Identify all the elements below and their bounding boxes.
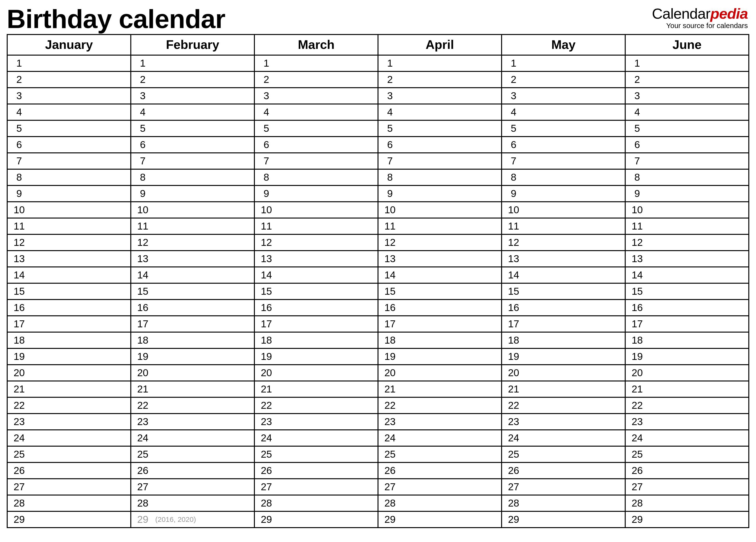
day-cell-inner: 20 xyxy=(8,365,130,381)
day-cell-inner: 24 xyxy=(131,430,254,446)
day-cell-inner: 20 xyxy=(626,365,748,381)
day-cell-inner: 25 xyxy=(626,447,748,462)
day-cell: 18 xyxy=(254,332,378,348)
day-number: 20 xyxy=(507,367,520,379)
day-cell: 2 xyxy=(378,71,502,88)
day-cell-inner: 27 xyxy=(626,479,748,495)
day-cell-inner: 11 xyxy=(626,219,748,234)
day-number: 14 xyxy=(12,269,26,281)
day-cell-inner: 25 xyxy=(255,447,378,462)
day-cell: 20 xyxy=(378,365,502,381)
day-cell: 7 xyxy=(502,153,625,169)
day-number: 24 xyxy=(136,432,149,444)
day-cell: 3 xyxy=(502,88,625,104)
day-cell-inner: 29 xyxy=(8,512,130,527)
day-cell: 27 xyxy=(625,479,749,495)
day-cell-inner: 23 xyxy=(626,414,748,429)
day-cell-inner: 4 xyxy=(378,104,501,120)
day-cell-inner: 2 xyxy=(378,72,501,87)
day-cell-inner: 14 xyxy=(255,267,378,283)
day-number: 5 xyxy=(260,123,273,134)
day-cell: 14 xyxy=(131,267,254,283)
day-number: 26 xyxy=(630,465,644,476)
day-cell-inner: 16 xyxy=(131,300,254,315)
day-number: 7 xyxy=(507,155,520,167)
day-cell: 23 xyxy=(502,414,625,430)
day-cell-inner: 27 xyxy=(131,479,254,495)
day-cell-inner: 15 xyxy=(626,284,748,299)
month-header: January xyxy=(7,35,131,55)
day-number: 4 xyxy=(507,106,520,118)
day-cell: 22 xyxy=(378,397,502,414)
day-cell: 20 xyxy=(7,365,131,381)
day-cell: 9 xyxy=(7,185,131,202)
day-cell-inner: 2 xyxy=(626,72,748,87)
day-number: 28 xyxy=(260,497,273,509)
day-number: 24 xyxy=(260,432,273,444)
day-number: 3 xyxy=(630,90,644,102)
day-cell-inner: 27 xyxy=(378,479,501,495)
day-cell: 5 xyxy=(131,120,254,137)
day-cell-inner: 2 xyxy=(502,72,625,87)
day-cell: 8 xyxy=(625,169,749,185)
day-number: 19 xyxy=(383,351,397,362)
day-number: 8 xyxy=(136,172,149,183)
day-cell-inner: 10 xyxy=(131,202,254,218)
day-cell-inner: 11 xyxy=(131,219,254,234)
day-number: 7 xyxy=(260,155,273,167)
day-cell: 11 xyxy=(131,218,254,234)
day-number: 29 xyxy=(12,514,26,525)
day-cell-inner: 13 xyxy=(378,251,501,266)
day-number: 24 xyxy=(630,432,644,444)
day-cell: 29 xyxy=(502,511,625,528)
day-cell: 29 xyxy=(378,511,502,528)
day-number: 8 xyxy=(12,172,26,183)
day-number: 8 xyxy=(260,172,273,183)
day-cell: 2 xyxy=(131,71,254,88)
day-cell-inner: 6 xyxy=(131,137,254,152)
day-cell: 28 xyxy=(625,495,749,511)
day-cell-inner: 8 xyxy=(502,170,625,185)
table-row: 191919191919 xyxy=(7,348,749,365)
day-cell: 12 xyxy=(378,234,502,251)
day-cell-inner: 3 xyxy=(626,88,748,104)
day-cell-inner: 10 xyxy=(255,202,378,218)
day-cell: 20 xyxy=(254,365,378,381)
day-number: 23 xyxy=(136,416,149,427)
calendar-table: JanuaryFebruaryMarchAprilMayJune 1111112… xyxy=(7,34,749,528)
day-cell: 21 xyxy=(7,381,131,397)
day-cell: 14 xyxy=(378,267,502,283)
day-cell-inner: 1 xyxy=(502,56,625,71)
day-cell: 27 xyxy=(7,479,131,495)
day-number: 10 xyxy=(630,204,644,216)
day-cell: 23 xyxy=(625,414,749,430)
day-cell-inner: 21 xyxy=(8,381,130,397)
day-cell-inner: 10 xyxy=(8,202,130,218)
day-cell: 18 xyxy=(7,332,131,348)
day-number: 17 xyxy=(630,318,644,330)
day-cell-inner: 24 xyxy=(626,430,748,446)
day-number: 10 xyxy=(260,204,273,216)
day-cell: 15 xyxy=(378,283,502,300)
day-number: 24 xyxy=(12,432,26,444)
day-number: 23 xyxy=(260,416,273,427)
day-cell: 12 xyxy=(502,234,625,251)
day-cell-inner: 1 xyxy=(255,56,378,71)
day-cell-inner: 15 xyxy=(131,284,254,299)
table-row: 131313131313 xyxy=(7,251,749,267)
day-number: 25 xyxy=(630,449,644,460)
day-number: 5 xyxy=(630,123,644,134)
day-number: 14 xyxy=(260,269,273,281)
day-cell-inner: 26 xyxy=(378,463,501,478)
day-number: 25 xyxy=(12,449,26,460)
day-number: 5 xyxy=(136,123,149,134)
day-number: 3 xyxy=(383,90,397,102)
day-number: 29 xyxy=(630,514,644,525)
day-cell: 4 xyxy=(625,104,749,120)
day-cell-inner: 29(2016, 2020) xyxy=(131,512,254,527)
day-cell-inner: 7 xyxy=(131,153,254,169)
day-cell: 14 xyxy=(625,267,749,283)
day-cell: 20 xyxy=(502,365,625,381)
day-number: 27 xyxy=(12,481,26,493)
table-row: 777777 xyxy=(7,153,749,169)
